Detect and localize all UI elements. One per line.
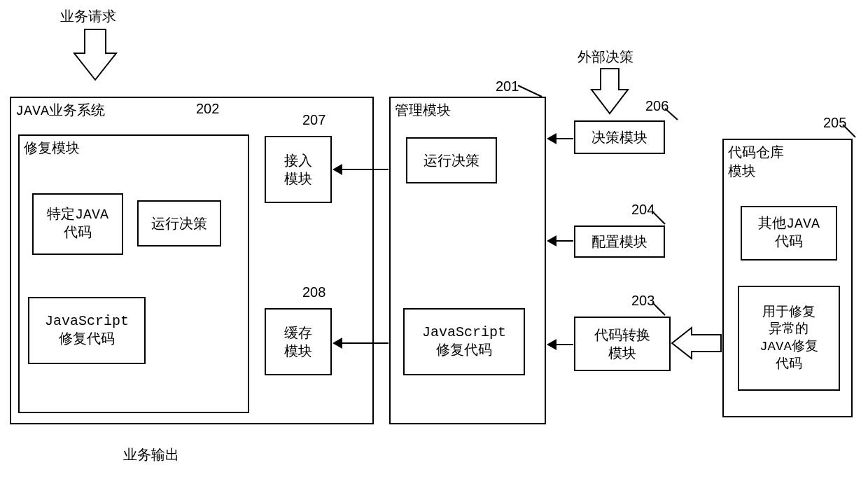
num-204: 204	[631, 202, 654, 218]
left-arrow-icon	[332, 336, 388, 350]
num-208: 208	[302, 284, 326, 300]
decision-module-box: 决策模块	[574, 120, 665, 154]
business-output-label: 业务输出	[123, 445, 179, 464]
mgmt-js-code-box: JavaScript 修复代码	[403, 308, 525, 375]
left-arrow-icon	[332, 162, 388, 176]
repair-js-code-box: JavaScript 修复代码	[28, 297, 146, 364]
repair-run-decision-box: 运行决策	[137, 200, 221, 247]
svg-line-6	[843, 125, 855, 137]
left-arrow-icon	[547, 338, 573, 352]
down-arrow-icon	[74, 29, 116, 83]
num-202: 202	[196, 101, 219, 117]
leader-line	[652, 303, 666, 317]
svg-marker-1	[592, 69, 628, 113]
leader-line	[518, 85, 543, 98]
mgmt-run-decision-box: 运行决策	[406, 137, 497, 183]
left-arrow-icon	[547, 234, 573, 248]
svg-marker-0	[74, 29, 116, 80]
svg-marker-17	[672, 328, 721, 359]
access-module-box: 接入 模块	[265, 136, 332, 203]
svg-line-3	[665, 109, 678, 120]
num-207: 207	[302, 112, 326, 128]
repair-module-title: 修复模块	[20, 136, 248, 160]
left-block-arrow-icon	[672, 328, 721, 359]
down-arrow-icon	[592, 69, 628, 116]
num-201: 201	[496, 78, 519, 95]
mgmt-module-title: 管理模块	[391, 98, 545, 123]
specific-java-code-box: 特定JAVA 代码	[32, 193, 123, 255]
config-module-box: 配置模块	[574, 225, 665, 258]
leader-line	[665, 109, 679, 121]
svg-marker-16	[547, 339, 556, 350]
code-convert-module-box: 代码转换 模块	[574, 317, 671, 371]
business-request-label: 业务请求	[60, 7, 116, 26]
svg-line-5	[652, 303, 665, 315]
java-repair-code-box: 用于修复 异常的 JAVA修复 代码	[738, 286, 840, 391]
svg-line-4	[652, 211, 665, 224]
code-repo-title: 代码仓库 模块	[724, 140, 851, 183]
svg-marker-8	[332, 164, 342, 175]
leader-line	[843, 125, 857, 139]
svg-marker-14	[547, 235, 556, 247]
external-decision-label: 外部决策	[578, 48, 634, 67]
num-203: 203	[631, 293, 654, 309]
leader-line	[652, 211, 666, 225]
repair-module-container: 修复模块	[18, 134, 249, 413]
svg-line-2	[518, 85, 542, 97]
cache-module-box: 缓存 模块	[265, 308, 332, 375]
left-arrow-icon	[547, 132, 573, 146]
other-java-code-box: 其他JAVA 代码	[741, 206, 837, 261]
svg-marker-12	[547, 133, 556, 144]
svg-marker-10	[332, 338, 342, 349]
